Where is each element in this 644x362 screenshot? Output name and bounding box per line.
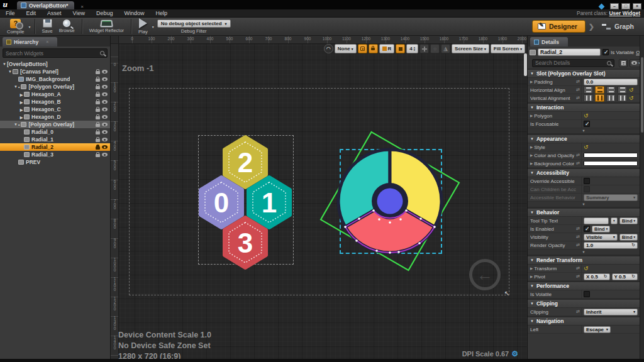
align-option-0[interactable] <box>584 86 593 94</box>
hierarchy-item-polygon-overlay[interactable]: ▼•[Polygon Overlay] <box>0 121 110 128</box>
lock-icon[interactable] <box>96 86 100 89</box>
expander-closed-icon[interactable]: ▶ <box>530 275 533 278</box>
section-header-slot[interactable]: ▼Slot (Polygon Overlay Slot) <box>528 70 640 78</box>
screen-size-dropdown[interactable]: Screen Size▾ <box>452 44 489 53</box>
radial-widget[interactable] <box>314 126 465 277</box>
section-expand-footer[interactable]: ▼ <box>528 128 640 134</box>
outline-toggle-button[interactable] <box>396 44 405 53</box>
section-header-interaction[interactable]: ▼Interaction <box>528 104 640 112</box>
expander-closed-icon[interactable]: ▶ <box>530 80 533 84</box>
eye-icon[interactable] <box>102 145 108 149</box>
eye-icon[interactable] <box>102 130 108 134</box>
expander-open-icon[interactable]: ▼ <box>8 70 13 74</box>
lock-icon[interactable] <box>96 116 100 119</box>
widget-search-box[interactable] <box>3 48 108 58</box>
expander-open-icon[interactable]: ▼ <box>2 62 7 66</box>
hierarchy-item-prev[interactable]: PREV <box>0 158 110 166</box>
bind-button[interactable]: Bind▾ <box>619 234 638 241</box>
hierarchy-item-radial_3[interactable]: Radial_3 <box>0 151 110 158</box>
reset-to-default-icon[interactable]: ↺ <box>584 113 589 119</box>
designer-mode-button[interactable]: Designer <box>532 20 586 33</box>
align-option-2[interactable] <box>606 94 616 102</box>
hierarchy-item-overlapbutton[interactable]: ▼[OverlapButton] <box>0 60 110 68</box>
expander-closed-icon[interactable]: ▶ <box>19 115 24 119</box>
lock-icon[interactable] <box>96 146 100 150</box>
details-search-box[interactable] <box>532 59 614 67</box>
menu-item-file[interactable]: File <box>0 10 21 16</box>
section-header-navigation[interactable]: ▼Navigation <box>528 317 640 326</box>
grid-size-stepper[interactable]: 4 ▴▾ <box>406 44 418 53</box>
eye-icon[interactable] <box>102 70 108 74</box>
menu-item-asset[interactable]: Asset <box>42 10 67 16</box>
pivot-x-field[interactable]: X 0.5↻ <box>584 273 610 280</box>
translate-mode-button[interactable] <box>419 44 429 53</box>
menu-item-debug[interactable]: Debug <box>91 10 119 16</box>
reset-to-default-icon[interactable]: ↺ <box>584 145 589 150</box>
lock-icon[interactable] <box>96 94 100 97</box>
lock-toggle-button[interactable] <box>369 44 378 53</box>
pivot-y-field[interactable]: Y 0.5↻ <box>612 273 638 280</box>
section-header-accessibility[interactable]: ▼Accessibility <box>528 169 640 177</box>
eye-icon[interactable] <box>102 115 108 119</box>
expander-closed-icon[interactable]: ▶ <box>19 92 24 97</box>
pie-hub[interactable] <box>377 189 403 214</box>
designer-viewport[interactable]: 0100200300400500600700800900100011001200… <box>111 36 527 362</box>
align-option-1[interactable] <box>595 94 604 102</box>
spin-icon[interactable]: ↻ <box>604 274 608 279</box>
rotate-mode-button[interactable]: ◌ <box>430 44 440 53</box>
anchor-toggle-button[interactable] <box>358 44 367 53</box>
hexagon-widget-3[interactable]: 3 <box>225 217 266 268</box>
eye-icon[interactable] <box>102 123 108 126</box>
graph-mode-button[interactable]: Graph <box>597 21 638 32</box>
is-variable-checkbox[interactable] <box>602 49 609 55</box>
reset-to-default-icon[interactable]: ↺ <box>629 87 634 93</box>
eye-icon[interactable] <box>102 107 108 111</box>
hierarchy-item-radial_1[interactable]: Radial_1 <box>0 136 110 143</box>
section-header-behavior[interactable]: ▼Behavior <box>528 209 640 217</box>
align-option-3[interactable] <box>618 86 627 94</box>
property-matrix-button[interactable] <box>619 59 628 67</box>
expander-closed-icon[interactable]: ▶ <box>19 107 24 112</box>
expander-closed-icon[interactable]: ▶ <box>530 153 533 157</box>
section-header-clipping[interactable]: ▼Clipping <box>528 300 640 308</box>
align-option-3[interactable] <box>618 94 627 102</box>
property-checkbox[interactable] <box>584 178 590 184</box>
hierarchy-item-hexagon_a[interactable]: ▶Hexagon_A <box>0 90 110 98</box>
section-expand-footer[interactable]: ▼ <box>528 202 640 207</box>
property-checkbox[interactable] <box>584 291 590 297</box>
expander-closed-icon[interactable]: ▶ <box>530 145 533 149</box>
bind-button[interactable]: Bind▾ <box>592 226 610 233</box>
details-scrollbar[interactable] <box>640 36 644 362</box>
spin-icon[interactable]: ↻ <box>631 243 635 248</box>
eye-icon[interactable] <box>102 153 108 156</box>
expander-open-icon[interactable]: ▼ <box>13 123 18 126</box>
hierarchy-item-hexagon_c[interactable]: ▶Hexagon_C <box>0 106 110 113</box>
maximize-button[interactable]: □ <box>621 3 630 9</box>
hierarchy-item-polygon-overlay[interactable]: ▼•[Polygon Overlay] <box>0 83 110 90</box>
property-checkbox[interactable] <box>584 226 590 232</box>
caret-down-icon[interactable]: ▾ <box>611 217 618 224</box>
lock-icon[interactable] <box>96 79 100 82</box>
hierarchy-tab[interactable]: Hierarchy × <box>3 37 57 47</box>
eye-icon[interactable] <box>102 85 108 89</box>
align-option-0[interactable] <box>584 94 593 102</box>
save-button[interactable]: Save <box>39 19 56 34</box>
align-option-2[interactable] <box>606 86 616 94</box>
eye-icon[interactable] <box>102 138 108 141</box>
tab-close-icon[interactable]: × <box>80 4 84 9</box>
section-header-render[interactable]: ▼Render Transform <box>528 256 640 265</box>
hierarchy-item-radial_0[interactable]: Radial_0 <box>0 128 110 136</box>
widget-name-field[interactable] <box>538 48 601 56</box>
lock-icon[interactable] <box>96 101 100 104</box>
expander-closed-icon[interactable]: ▶ <box>530 266 533 270</box>
menu-item-window[interactable]: Window <box>118 10 150 16</box>
lock-icon[interactable] <box>96 139 100 142</box>
property-checkbox[interactable] <box>584 121 590 127</box>
stepper-arrows-icon[interactable]: ▴▾ <box>414 47 415 52</box>
tooltip-text-field[interactable] <box>584 217 609 224</box>
hierarchy-item-radial_2[interactable]: Radial_2 <box>0 143 110 151</box>
hierarchy-item-canvas-panel[interactable]: ▼[Canvas Panel] <box>0 68 110 75</box>
menu-item-edit[interactable]: Edit <box>21 10 42 16</box>
eye-icon[interactable] <box>102 77 108 81</box>
grid-snap-button[interactable]: R <box>379 44 395 53</box>
